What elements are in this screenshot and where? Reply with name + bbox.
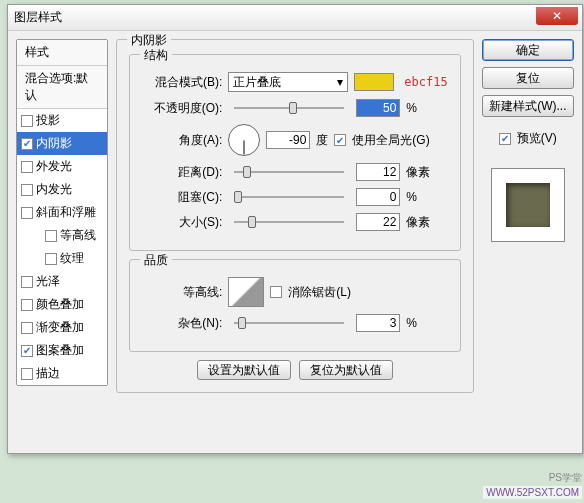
watermark-url: WWW.52PSXT.COM [483,486,582,499]
choke-unit: % [406,190,417,204]
size-slider[interactable] [234,221,344,223]
distance-input[interactable]: 12 [356,163,400,181]
global-light-checkbox[interactable] [334,134,346,146]
style-item-描边[interactable]: 描边 [17,362,107,385]
antialias-checkbox[interactable] [270,286,282,298]
contour-picker[interactable] [228,277,264,307]
style-label: 等高线 [60,227,96,244]
style-checkbox[interactable] [21,207,33,219]
blending-options-item[interactable]: 混合选项:默认 [17,66,107,109]
styles-panel: 样式 混合选项:默认 投影内阴影外发光内发光斜面和浮雕等高线纹理光泽颜色叠加渐变… [16,39,108,401]
cancel-button[interactable]: 复位 [482,67,574,89]
preview-swatch [506,183,550,227]
close-button[interactable]: ✕ [536,7,578,25]
choke-slider[interactable] [234,196,344,198]
opacity-label: 不透明度(O): [142,100,222,117]
contour-label: 等高线: [142,284,222,301]
style-item-等高线[interactable]: 等高线 [17,224,107,247]
angle-dial[interactable] [228,124,260,156]
angle-input[interactable]: -90 [266,131,310,149]
preview-label: 预览(V) [517,130,557,147]
style-checkbox[interactable] [21,368,33,380]
distance-slider[interactable] [234,171,344,173]
style-item-内发光[interactable]: 内发光 [17,178,107,201]
quality-group: 品质 等高线: 消除锯齿(L) 杂色(N): 3 % [129,259,460,352]
size-input[interactable]: 22 [356,213,400,231]
style-checkbox[interactable] [21,276,33,288]
style-checkbox[interactable] [21,138,33,150]
style-item-内阴影[interactable]: 内阴影 [17,132,107,155]
noise-unit: % [406,316,417,330]
make-default-button[interactable]: 设置为默认值 [197,360,291,380]
style-checkbox[interactable] [45,230,57,242]
style-item-斜面和浮雕[interactable]: 斜面和浮雕 [17,201,107,224]
style-label: 图案叠加 [36,342,84,359]
titlebar: 图层样式 ✕ [8,5,582,31]
angle-label: 角度(A): [142,132,222,149]
opacity-input[interactable]: 50 [356,99,400,117]
color-hex-note: ebcf15 [404,75,447,89]
style-label: 描边 [36,365,60,382]
color-swatch[interactable] [354,73,394,91]
effect-settings-panel: 内阴影 结构 混合模式(B): 正片叠底 ebcf15 不透明度(O): [116,39,473,401]
choke-input[interactable]: 0 [356,188,400,206]
watermark-text: PS学堂 [549,471,582,485]
structure-title: 结构 [140,47,172,64]
choke-label: 阻塞(C): [142,189,222,206]
size-label: 大小(S): [142,214,222,231]
style-checkbox[interactable] [21,299,33,311]
antialias-label: 消除锯齿(L) [288,284,351,301]
style-item-投影[interactable]: 投影 [17,109,107,132]
styles-list: 投影内阴影外发光内发光斜面和浮雕等高线纹理光泽颜色叠加渐变叠加图案叠加描边 [17,109,107,385]
style-label: 内发光 [36,181,72,198]
style-label: 投影 [36,112,60,129]
style-item-纹理[interactable]: 纹理 [17,247,107,270]
style-label: 渐变叠加 [36,319,84,336]
style-item-光泽[interactable]: 光泽 [17,270,107,293]
style-item-图案叠加[interactable]: 图案叠加 [17,339,107,362]
style-item-颜色叠加[interactable]: 颜色叠加 [17,293,107,316]
style-label: 光泽 [36,273,60,290]
close-icon: ✕ [552,9,562,23]
style-label: 内阴影 [36,135,72,152]
noise-label: 杂色(N): [142,315,222,332]
layer-style-dialog: 图层样式 ✕ 样式 混合选项:默认 投影内阴影外发光内发光斜面和浮雕等高线纹理光… [7,4,583,454]
style-label: 斜面和浮雕 [36,204,96,221]
style-item-外发光[interactable]: 外发光 [17,155,107,178]
distance-label: 距离(D): [142,164,222,181]
opacity-unit: % [406,101,417,115]
angle-unit: 度 [316,132,328,149]
distance-unit: 像素 [406,164,430,181]
style-checkbox[interactable] [21,184,33,196]
global-light-label: 使用全局光(G) [352,132,429,149]
dialog-title: 图层样式 [14,9,62,26]
opacity-slider[interactable] [234,107,344,109]
style-checkbox[interactable] [21,161,33,173]
style-checkbox[interactable] [21,322,33,334]
structure-group: 结构 混合模式(B): 正片叠底 ebcf15 不透明度(O): 50 % [129,54,460,251]
noise-slider[interactable] [234,322,344,324]
inner-shadow-group: 内阴影 结构 混合模式(B): 正片叠底 ebcf15 不透明度(O): [116,39,473,393]
size-unit: 像素 [406,214,430,231]
preview-box [491,168,565,242]
style-label: 颜色叠加 [36,296,84,313]
style-checkbox[interactable] [21,345,33,357]
style-checkbox[interactable] [21,115,33,127]
blend-mode-select[interactable]: 正片叠底 [228,72,348,92]
quality-title: 品质 [140,252,172,269]
blend-mode-label: 混合模式(B): [142,74,222,91]
reset-default-button[interactable]: 复位为默认值 [299,360,393,380]
style-label: 外发光 [36,158,72,175]
preview-checkbox[interactable] [499,133,511,145]
style-label: 纹理 [60,250,84,267]
noise-input[interactable]: 3 [356,314,400,332]
style-item-渐变叠加[interactable]: 渐变叠加 [17,316,107,339]
new-style-button[interactable]: 新建样式(W)... [482,95,574,117]
style-checkbox[interactable] [45,253,57,265]
action-panel: 确定 复位 新建样式(W)... 预览(V) [482,39,574,401]
ok-button[interactable]: 确定 [482,39,574,61]
styles-header[interactable]: 样式 [17,40,107,66]
